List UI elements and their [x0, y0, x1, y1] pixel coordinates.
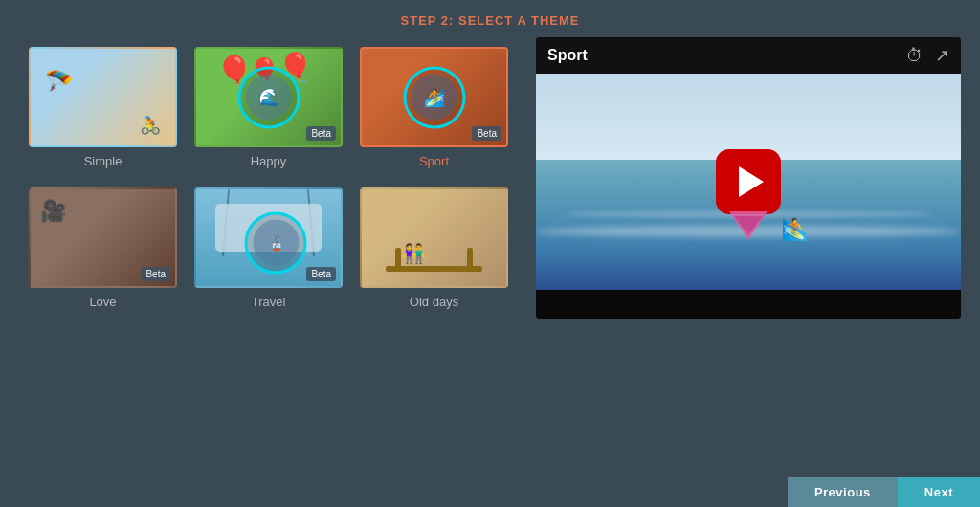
preview-header: Sport ⏱ ↗: [536, 37, 961, 74]
previous-button[interactable]: Previous: [788, 477, 898, 507]
step-header: STEP 2: SELECT A THEME: [0, 0, 980, 37]
theme-item-simple[interactable]: 🪂 🚴 Simple: [29, 47, 177, 168]
theme-label-simple: Simple: [84, 154, 122, 168]
svg-marker-1: [734, 216, 763, 235]
theme-item-sport[interactable]: 🏄 Beta Sport: [360, 47, 508, 168]
surfer-figure: 🏄: [782, 217, 808, 242]
pink-chevron: [724, 202, 772, 254]
theme-label-olddays: Old days: [410, 295, 458, 309]
preview-video: 🏄: [536, 74, 961, 290]
yt-triangle: [739, 166, 764, 197]
theme-item-happy[interactable]: 🎈 🎈 🎈 🌊 Beta Happy: [194, 47, 343, 168]
theme-label-happy: Happy: [251, 154, 287, 168]
theme-label-travel: Travel: [252, 295, 286, 309]
preview-panel: Sport ⏱ ↗ 🏄: [536, 37, 961, 319]
theme-thumb-travel[interactable]: 🚡 Beta: [194, 187, 343, 288]
clock-icon[interactable]: ⏱: [906, 46, 924, 66]
beta-badge-love: Beta: [141, 267, 170, 281]
theme-thumb-sport[interactable]: 🏄 Beta: [360, 47, 508, 147]
beta-badge-travel: Beta: [306, 267, 336, 281]
theme-thumb-simple[interactable]: 🪂 🚴: [29, 47, 177, 147]
preview-title: Sport: [547, 47, 588, 64]
beta-badge-sport: Beta: [472, 126, 501, 141]
theme-label-love: Love: [89, 295, 116, 309]
bottom-nav: Previous Next: [788, 477, 980, 507]
theme-item-love[interactable]: 🎥 Beta Love: [29, 187, 177, 309]
theme-item-olddays[interactable]: 👫 Old days: [360, 187, 508, 309]
theme-grid: 🪂 🚴 Simple 🎈 🎈 🎈 🌊 Beta Happy: [19, 37, 517, 319]
share-icon[interactable]: ↗: [935, 45, 949, 66]
next-button[interactable]: Next: [898, 477, 980, 507]
theme-label-sport: Sport: [419, 154, 449, 168]
preview-icons: ⏱ ↗: [906, 45, 949, 66]
main-content: 🪂 🚴 Simple 🎈 🎈 🎈 🌊 Beta Happy: [0, 37, 980, 319]
step-label: STEP 2: SELECT A THEME: [401, 13, 580, 28]
theme-thumb-love[interactable]: 🎥 Beta: [29, 187, 177, 288]
beta-badge-happy: Beta: [306, 126, 336, 141]
preview-footer: [536, 290, 961, 319]
theme-item-travel[interactable]: 🚡 Beta Travel: [194, 187, 343, 309]
theme-thumb-olddays[interactable]: 👫: [360, 187, 508, 288]
theme-thumb-happy[interactable]: 🎈 🎈 🎈 🌊 Beta: [194, 47, 343, 147]
